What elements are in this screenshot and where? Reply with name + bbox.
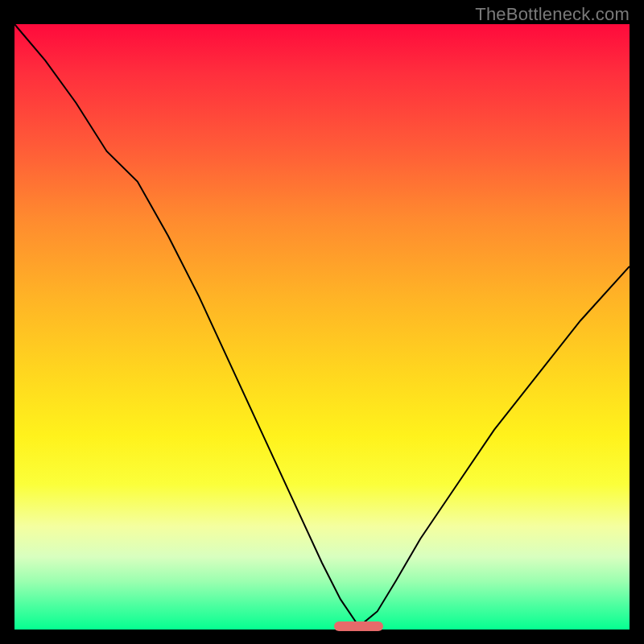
- plot-area: [14, 24, 630, 630]
- minimum-marker-pill: [334, 621, 383, 631]
- curve-line: [14, 24, 630, 626]
- watermark-text: TheBottleneck.com: [475, 4, 630, 25]
- chart-frame: TheBottleneck.com: [0, 0, 644, 644]
- bottleneck-curve: [14, 24, 630, 630]
